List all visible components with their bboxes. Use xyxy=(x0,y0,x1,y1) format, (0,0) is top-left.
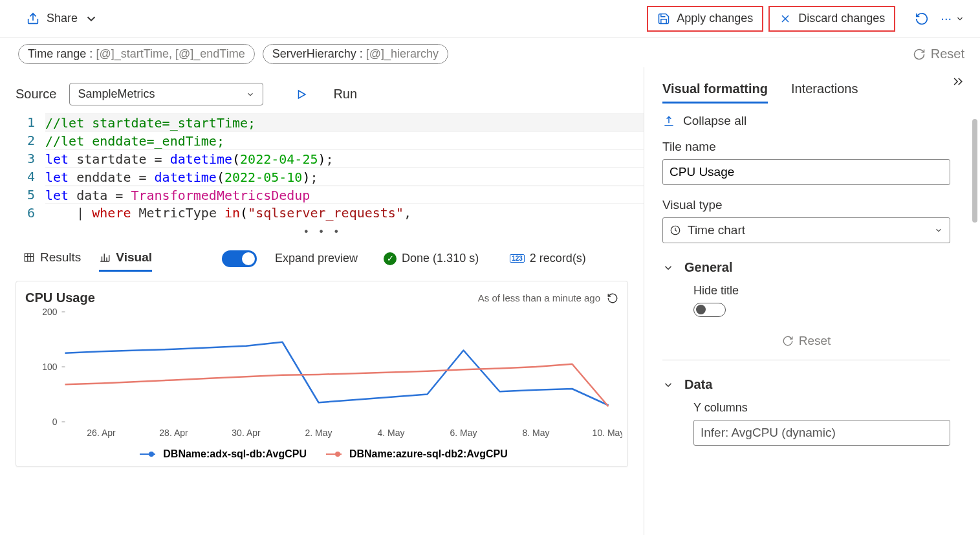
share-button[interactable]: Share xyxy=(26,12,98,26)
resize-grip[interactable]: • • • xyxy=(0,223,644,241)
close-icon xyxy=(779,12,792,25)
chevron-down-icon xyxy=(934,226,943,235)
refresh-icon xyxy=(915,12,929,26)
svg-text:200: 200 xyxy=(42,307,58,317)
tab-interactions[interactable]: Interactions xyxy=(791,76,858,104)
scrollbar[interactable] xyxy=(971,119,977,339)
play-icon xyxy=(296,89,307,100)
filter-server-hierarchy[interactable]: ServerHierarchy : [@]_hierarchy xyxy=(263,44,448,64)
share-icon xyxy=(26,12,40,26)
apply-label: Apply changes xyxy=(677,12,753,25)
y-columns-select[interactable]: Infer: AvgCPU (dynamic) xyxy=(693,420,950,446)
reset-label: Reset xyxy=(931,47,964,61)
section-general[interactable]: General xyxy=(662,260,950,275)
svg-text:2. May: 2. May xyxy=(305,428,332,438)
reset-icon xyxy=(913,48,926,61)
svg-text:10. May: 10. May xyxy=(593,428,622,438)
expand-panel-icon[interactable] xyxy=(952,75,964,88)
collapse-icon xyxy=(662,115,675,127)
source-dropdown[interactable]: SampleMetrics xyxy=(69,83,263,105)
right-pane: Visual formatting Interactions Collapse … xyxy=(644,67,980,535)
tile-name-input[interactable] xyxy=(662,159,950,185)
svg-text:6. May: 6. May xyxy=(450,428,477,438)
hide-title-toggle[interactable] xyxy=(693,303,726,317)
code[interactable]: //let startdate=_startTime; //let enddat… xyxy=(45,113,644,222)
tab-visual-formatting[interactable]: Visual formatting xyxy=(662,76,768,104)
record-count: 123 2 record(s) xyxy=(510,252,586,265)
chevron-down-icon xyxy=(84,12,98,26)
chart-title: CPU Usage xyxy=(25,290,95,305)
y-columns-label: Y columns xyxy=(693,401,950,415)
run-button[interactable]: Run xyxy=(296,87,357,102)
legend-item[interactable]: DBName:adx-sql-db:AvgCPU xyxy=(140,448,307,460)
source-selected: SampleMetrics xyxy=(78,87,155,101)
refresh-icon[interactable] xyxy=(607,292,618,304)
check-icon: ✓ xyxy=(384,252,397,265)
source-row: Source SampleMetrics Run xyxy=(0,67,644,113)
discard-changes-button[interactable]: Discard changes xyxy=(768,6,895,32)
run-label: Run xyxy=(333,87,357,102)
left-pane: Source SampleMetrics Run 1 2 3 4 5 6 xyxy=(0,67,644,535)
chevron-down-icon xyxy=(246,90,255,99)
chart-card: CPU Usage As of less than a minute ago 0… xyxy=(16,281,628,467)
collapse-all-button[interactable]: Collapse all xyxy=(662,114,950,140)
filter-label: ServerHierarchy : xyxy=(272,47,363,61)
svg-text:28. Apr: 28. Apr xyxy=(159,428,188,438)
svg-text:100: 100 xyxy=(42,362,58,372)
reset-section-button[interactable]: Reset xyxy=(662,334,950,348)
svg-text:0: 0 xyxy=(52,417,58,427)
top-toolbar: Share Apply changes Discard changes ··· xyxy=(0,0,980,38)
section-data[interactable]: Data xyxy=(662,377,950,392)
filter-label: Time range : xyxy=(28,47,93,61)
chevron-down-icon xyxy=(955,14,964,23)
reset-icon xyxy=(782,335,794,347)
filter-row: Time range : [@]_startTime, [@]_endTime … xyxy=(0,38,980,67)
gutter: 1 2 3 4 5 6 xyxy=(0,113,45,222)
hide-title-label: Hide title xyxy=(693,284,950,298)
svg-text:30. Apr: 30. Apr xyxy=(232,428,261,438)
chart-meta: As of less than a minute ago xyxy=(478,292,600,303)
tab-results[interactable]: Results xyxy=(23,245,81,272)
expand-label: Expand preview xyxy=(275,252,358,265)
time-chart[interactable]: 010020026. Apr28. Apr30. Apr2. May4. May… xyxy=(25,305,622,441)
code-editor[interactable]: 1 2 3 4 5 6 //let startdate=_startTime; … xyxy=(0,113,644,241)
status-done: ✓ Done (1.310 s) xyxy=(384,252,479,265)
chevron-down-icon xyxy=(662,262,674,274)
svg-text:4. May: 4. May xyxy=(377,428,404,438)
ellipsis-icon: ··· xyxy=(941,11,952,26)
clock-icon xyxy=(670,224,681,236)
share-label: Share xyxy=(47,12,78,25)
expand-preview-toggle[interactable] xyxy=(222,250,257,267)
refresh-button[interactable] xyxy=(909,6,934,31)
save-icon xyxy=(657,12,670,25)
chevron-down-icon xyxy=(662,379,674,391)
filter-time-range[interactable]: Time range : [@]_startTime, [@]_endTime xyxy=(18,44,255,64)
apply-changes-button[interactable]: Apply changes xyxy=(647,6,763,32)
source-label: Source xyxy=(16,87,56,102)
more-button[interactable]: ··· xyxy=(934,11,964,26)
number-badge-icon: 123 xyxy=(510,254,525,263)
discard-label: Discard changes xyxy=(798,12,885,25)
table-icon xyxy=(23,252,35,263)
svg-text:26. Apr: 26. Apr xyxy=(87,428,116,438)
visual-type-label: Visual type xyxy=(662,198,950,212)
svg-text:8. May: 8. May xyxy=(522,428,549,438)
reset-filters-button[interactable]: Reset xyxy=(913,47,964,61)
visual-type-select[interactable]: Time chart xyxy=(662,217,950,243)
legend-item[interactable]: DBName:azure-sql-db2:AvgCPU xyxy=(326,448,508,460)
chart-legend: DBName:adx-sql-db:AvgCPU DBName:azure-sq… xyxy=(25,443,622,460)
result-tabs: Results Visual Expand preview ✓ Done (1.… xyxy=(0,241,644,272)
svg-rect-0 xyxy=(25,254,34,261)
tile-name-label: Tile name xyxy=(662,140,950,154)
tab-visual[interactable]: Visual xyxy=(99,245,152,272)
chart-icon xyxy=(99,252,111,263)
